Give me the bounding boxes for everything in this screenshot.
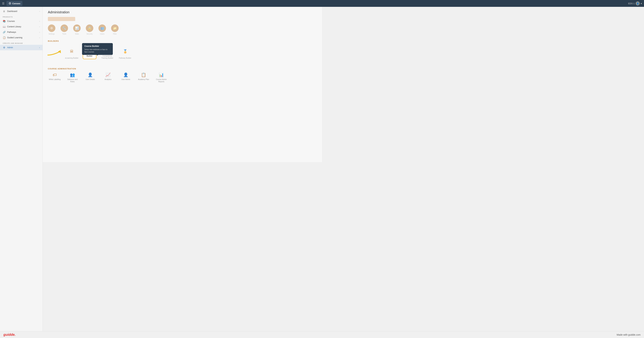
- deliverer-roles-label: Deliverer and Roles: [66, 78, 79, 83]
- sidebar-label-pathways: Pathways: [7, 31, 16, 33]
- admin-icon: ⚙: [3, 46, 6, 49]
- pathway-builder-item[interactable]: 🏅 Pathway Builder: [118, 47, 132, 59]
- tooltip-description: Setup new webinars or face to face cours…: [84, 48, 110, 53]
- admin-icon-1[interactable]: ⚙ Settings: [48, 24, 56, 35]
- elearning-builder-label: eLearning Builder: [65, 57, 78, 59]
- content-library-icon: 📖: [3, 25, 6, 28]
- academy-plan-item[interactable]: 📋 Academy Plan: [137, 72, 150, 83]
- sidebar-item-content-library[interactable]: 📖 Content Library ›: [0, 24, 42, 30]
- arrow-svg: [46, 46, 67, 57]
- admin-icon-circle-1: ⚙: [48, 24, 56, 32]
- elearning-builder-item[interactable]: 🏛 eLearning Builder: [65, 47, 78, 59]
- deliverer-roles-item[interactable]: 👥 Deliverer and Roles: [66, 72, 79, 83]
- academy-plan-icon: 📋: [141, 72, 146, 77]
- sidebar-label-content-library: Content Library: [7, 26, 21, 28]
- page-title: Administration: [48, 10, 317, 14]
- user-admin-label: User Admin: [121, 78, 130, 80]
- admin-icon-label-4: Security: [86, 33, 93, 35]
- admin-icon-circle-5: 👥: [98, 24, 106, 32]
- admin-icon-label-1: Settings: [48, 33, 55, 35]
- admin-icon-circle-6: 📁: [111, 24, 118, 32]
- sidebar-section-create: CREATE AND MANAGE: [0, 40, 42, 45]
- sidebar-item-pathways[interactable]: 🔗 Pathways ›: [0, 30, 42, 35]
- user-details-item[interactable]: 👤 User Details: [84, 72, 97, 83]
- pathway-builder-icon: 🏅: [121, 47, 130, 56]
- course-admin-section-label: COURSE ADMINISTRATION: [48, 68, 317, 70]
- courses-icon: 📚: [3, 20, 6, 22]
- analytics-label: Analytics: [104, 78, 112, 80]
- course-admin-reports-label: Course Admin Reports: [154, 78, 168, 83]
- logo-text: Censeo: [12, 2, 20, 5]
- admin-icon-circle-2: 🔧: [60, 24, 68, 32]
- tooltip-box: Course Builder Setup new webinars or fac…: [82, 43, 113, 55]
- builders-wrapper: Course Builder Setup new webinars or fac…: [48, 45, 317, 59]
- pathway-builder-label: Pathway Builder: [119, 57, 131, 59]
- spacer-1: [48, 64, 317, 68]
- user-details-label: User Details: [86, 78, 95, 80]
- pathways-chevron: ›: [39, 31, 40, 33]
- sidebar-label-admin: Admin: [7, 46, 13, 49]
- competency-builder-label: Competency Training Builder: [100, 55, 114, 59]
- censeo-logo-icon: ⚙: [8, 2, 11, 5]
- deliverer-roles-icon: 👥: [70, 72, 75, 77]
- admin-icon-circle-3: 📊: [73, 24, 81, 32]
- sidebar-item-guided-learning[interactable]: 📋 Guided Learning ›: [0, 35, 42, 40]
- white-labelling-label: White Labelling: [49, 78, 60, 80]
- admin-icon-6[interactable]: 📁 Files: [111, 24, 118, 35]
- admin-chevron: ›: [39, 47, 40, 48]
- content-library-chevron: ›: [39, 26, 40, 28]
- course-admin-row: 🏷 White Labelling 👥 Deliverer and Roles …: [48, 72, 317, 83]
- courses-chevron: ›: [39, 20, 40, 22]
- tooltip-title: Course Builder: [84, 45, 110, 48]
- sidebar-item-dashboard[interactable]: 🖥 Dashboard ›: [0, 8, 42, 14]
- white-labelling-icon: 🏷: [53, 72, 57, 77]
- navbar: ☰ ⚙ Censeo EDS 1 👤 ▾: [0, 0, 322, 7]
- main-content: Administration ⚙ Settings 🔧 Tools 📊 Stat…: [43, 7, 322, 162]
- builders-section-label: BUILDERS: [48, 40, 317, 42]
- dashboard-chevron: ›: [39, 10, 40, 12]
- arrow-container: [46, 46, 67, 58]
- admin-icon-label-6: Files: [113, 33, 116, 35]
- white-labelling-item[interactable]: 🏷 White Labelling: [48, 72, 62, 83]
- guided-learning-chevron: ›: [39, 37, 40, 39]
- analytics-item[interactable]: 📈 Analytics: [101, 72, 115, 83]
- sidebar-item-admin[interactable]: ⚙ Admin ›: [0, 45, 42, 50]
- admin-icon-circle-4: 🔒: [86, 24, 93, 32]
- sidebar-section-products: PRODUCTS: [0, 14, 42, 18]
- navbar-left: ☰ ⚙ Censeo: [2, 1, 22, 6]
- admin-icon-4[interactable]: 🔒 Security: [86, 24, 93, 35]
- sidebar-item-courses[interactable]: 📚 Courses ›: [0, 18, 42, 24]
- admin-top-icons: ⚙ Settings 🔧 Tools 📊 Stats 🔒 Security 👥 …: [48, 24, 317, 35]
- admin-icon-label-3: Stats: [75, 33, 79, 35]
- admin-icon-5[interactable]: 👥 Users: [98, 24, 106, 35]
- hamburger-icon[interactable]: ☰: [2, 2, 4, 5]
- admin-icon-3[interactable]: 📊 Stats: [73, 24, 81, 35]
- dashboard-icon: 🖥: [3, 10, 6, 13]
- admin-icon-label-5: Users: [100, 33, 104, 35]
- admin-icon-2[interactable]: 🔧 Tools: [60, 24, 68, 35]
- pathways-icon: 🔗: [3, 31, 6, 34]
- faded-top-bar: [48, 17, 75, 21]
- admin-icon-label-2: Tools: [62, 33, 66, 35]
- user-details-icon: 👤: [88, 72, 93, 77]
- course-admin-reports-item[interactable]: 📊 Course Admin Reports: [154, 72, 168, 83]
- elearning-builder-icon: 🏛: [67, 47, 76, 56]
- sidebar-label-courses: Courses: [7, 20, 15, 22]
- sidebar-label-dashboard: Dashboard: [7, 10, 17, 12]
- user-admin-item[interactable]: 👤 User Admin: [119, 72, 133, 83]
- course-admin-reports-icon: 📊: [159, 72, 164, 77]
- sidebar-label-guided-learning: Guided Learning: [7, 36, 22, 39]
- sidebar: 🖥 Dashboard › PRODUCTS 📚 Courses › 📖 Con…: [0, 7, 43, 169]
- logo-area[interactable]: ⚙ Censeo: [6, 1, 22, 6]
- user-admin-icon: 👤: [123, 72, 128, 77]
- guided-learning-icon: 📋: [3, 36, 6, 39]
- analytics-icon: 📈: [106, 72, 110, 77]
- academy-plan-label: Academy Plan: [138, 78, 149, 80]
